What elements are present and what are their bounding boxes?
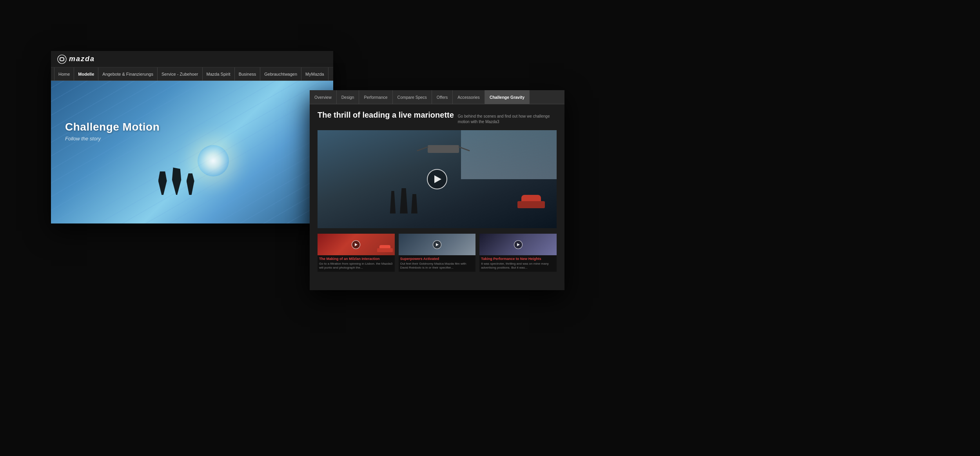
thumb-img-1 [318, 234, 395, 255]
thumb-car-bot-1 [377, 248, 393, 252]
thumb-play-icon-2 [436, 243, 439, 246]
hero-silhouettes [158, 167, 194, 195]
win1-nav: Home Modelle Angebote & Finanzierungs Se… [51, 67, 333, 81]
thumb-car-1 [377, 245, 393, 252]
silhouette-3 [187, 173, 194, 195]
win2-video-main[interactable] [318, 130, 557, 228]
play-icon [434, 175, 441, 183]
silhouette-1 [158, 171, 167, 195]
person-1 [389, 191, 396, 214]
subnav-design[interactable]: Design [337, 90, 359, 104]
thumb-img-3 [479, 234, 557, 255]
nav-item-mazda-spirit[interactable]: Mazda Spirit [203, 67, 235, 80]
nav-item-business[interactable]: Business [235, 67, 261, 80]
video-scene-drone [428, 145, 459, 153]
car-top [521, 195, 541, 201]
silhouette-2 [172, 167, 182, 195]
thumbnail-1[interactable]: The Making of an Milzlan Interaction Go … [318, 234, 395, 272]
win2-headline-row: The thrill of leading a live marionette … [318, 111, 557, 125]
subnav-performance[interactable]: Performance [359, 90, 392, 104]
video-scene-sky [461, 130, 557, 179]
video-scene-car [517, 195, 545, 209]
win2-thumbnails: The Making of an Milzlan Interaction Go … [318, 234, 557, 272]
drone-body [428, 145, 459, 153]
thumb-desc-1: Go to a filtration from spinning in Lisb… [318, 262, 395, 272]
thumb-title-3: Taking Performance to New Heights [479, 255, 557, 262]
person-3 [411, 194, 417, 214]
thumb-desc-2: Out feet their Goldnomy Madca Mazda film… [399, 262, 476, 272]
hero-text-overlay: Challenge Motion Follow the story [65, 121, 160, 142]
hero-lens-flare [198, 145, 229, 176]
person-2 [399, 188, 408, 214]
thumb-title-2: Superpowers Activated [399, 255, 476, 262]
thumb-img-2 [399, 234, 476, 255]
nav-item-mymazda[interactable]: MyMazda [301, 67, 328, 80]
thumb-play-icon-1 [355, 243, 358, 246]
thumb-play-icon-3 [517, 243, 520, 246]
win2-sub-text: Go behind the scenes and find out how we… [458, 114, 557, 125]
play-button[interactable] [427, 169, 447, 189]
thumb-desc-3: It was spectroter, thrilling and was on … [479, 262, 557, 272]
nav-item-gebrauchtwagen[interactable]: Gebrauchtwagen [260, 67, 301, 80]
car-bottom [517, 201, 545, 208]
thumb-play-1 [352, 240, 360, 249]
win2-content: The thrill of leading a live marionette … [310, 104, 564, 278]
window-mazda-de: mazda Home Modelle Angebote & Finanzieru… [51, 51, 333, 223]
win1-hero: Challenge Motion Follow the story [51, 81, 333, 223]
nav-item-angebote[interactable]: Angebote & Finanzierungs [98, 67, 158, 80]
svg-point-0 [58, 55, 66, 64]
win1-topbar: mazda [51, 51, 333, 67]
thumb-title-1: The Making of an Milzlan Interaction [318, 255, 395, 262]
thumbnail-2[interactable]: Superpowers Activated Out feet their Gol… [399, 234, 476, 272]
hero-title: Challenge Motion [65, 121, 160, 133]
win2-main-title: The thrill of leading a live marionette [318, 111, 454, 120]
subnav-compare-specs[interactable]: Compare Specs [393, 90, 432, 104]
nav-item-home[interactable]: Home [54, 67, 74, 80]
subnav-accessories[interactable]: Accessories [453, 90, 485, 104]
mazda-logo-icon [57, 55, 67, 64]
thumb-play-2 [433, 240, 441, 249]
thumb-play-3 [514, 240, 523, 249]
mazda-wordmark: mazda [69, 55, 95, 63]
hero-grid [51, 81, 333, 223]
nav-item-modelle[interactable]: Modelle [74, 67, 98, 80]
hero-subtitle: Follow the story [65, 136, 160, 142]
nav-item-service[interactable]: Service - Zubehoer [158, 67, 203, 80]
svg-point-2 [59, 56, 65, 62]
thumb-car-top-1 [379, 245, 390, 248]
window-mazda-en: Overview Design Performance Compare Spec… [310, 90, 564, 290]
mazda-logo: mazda [57, 55, 95, 64]
subnav-challenge-gravity[interactable]: Challenge Gravity [485, 90, 530, 104]
win2-subnav: Overview Design Performance Compare Spec… [310, 90, 564, 104]
video-scene-people [389, 188, 417, 214]
subnav-overview[interactable]: Overview [310, 90, 337, 104]
thumbnail-3[interactable]: Taking Performance to New Heights It was… [479, 234, 557, 272]
subnav-offers[interactable]: Offers [432, 90, 453, 104]
